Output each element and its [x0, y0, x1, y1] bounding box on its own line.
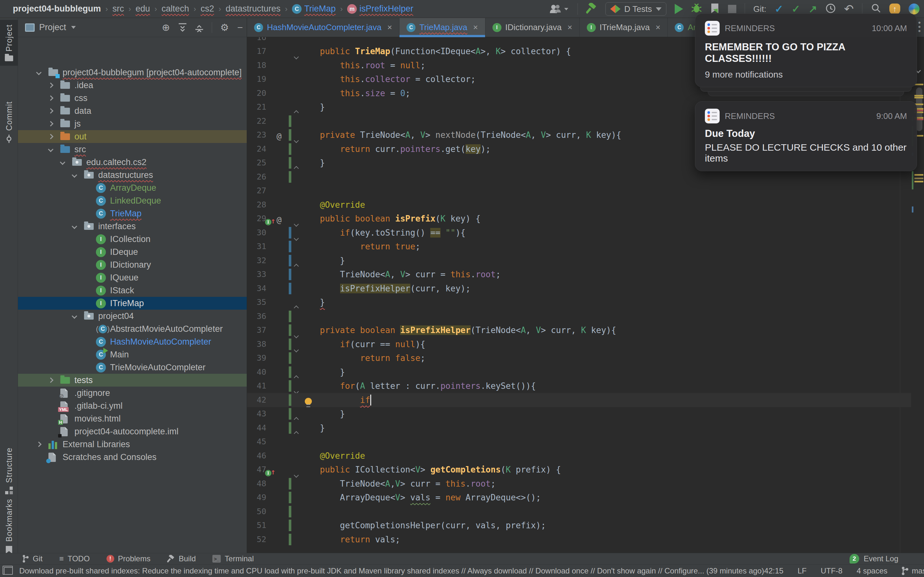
- toolwindow-button-git[interactable]: Git: [23, 554, 43, 563]
- code-line-51[interactable]: 51 getCompletionsHelper(curr, vals, pref…: [247, 518, 924, 532]
- code-line-30[interactable]: 30 if(key.toString() == ""){: [247, 226, 924, 240]
- notification-reminders-2[interactable]: REMINDERS 9:00 AM Due Today PLEASE DO LE…: [695, 101, 917, 171]
- tree-item-data[interactable]: data: [18, 105, 247, 117]
- code-line-44[interactable]: 44}: [247, 421, 924, 435]
- tab-close-icon[interactable]: ×: [656, 23, 660, 32]
- tab-close-icon[interactable]: ×: [387, 23, 392, 32]
- code-line-43[interactable]: 43 }: [247, 407, 924, 421]
- tree-item-datastructures[interactable]: datastructures: [18, 169, 247, 181]
- encoding-widget[interactable]: UTF-8: [821, 566, 843, 575]
- collapse-all-icon[interactable]: [195, 23, 204, 32]
- tab-ITrieMap.java[interactable]: IITrieMap.java×: [580, 18, 668, 37]
- toolwindow-button-terminal[interactable]: >_Terminal: [212, 554, 254, 563]
- caret-position-widget[interactable]: 42:15: [764, 566, 783, 575]
- tree-item-main[interactable]: CMain: [18, 348, 247, 361]
- tree-chevron-icon[interactable]: [36, 70, 42, 75]
- stripe-button-commit[interactable]: Commit: [0, 101, 18, 143]
- chevron-down-icon[interactable]: [71, 26, 76, 29]
- tree-item-src[interactable]: src: [18, 143, 247, 156]
- tree-item-tests[interactable]: tests: [18, 374, 247, 387]
- tree-item-out[interactable]: out: [18, 130, 247, 143]
- plugin-sphere-icon[interactable]: [909, 3, 919, 15]
- code-line-52[interactable]: 52 return vals;: [247, 532, 924, 546]
- tree-chevron-icon[interactable]: [48, 108, 53, 114]
- tree-item-css[interactable]: css: [18, 92, 247, 105]
- git-branch-widget[interactable]: master: [901, 566, 924, 575]
- tree-chevron-icon[interactable]: [72, 314, 78, 319]
- tree-item-itriemap[interactable]: IITrieMap: [18, 297, 247, 309]
- run-configuration-select[interactable]: D Tests: [606, 2, 666, 16]
- code-line-47[interactable]: 47I↑public ICollection<V> getCompletions…: [247, 463, 924, 477]
- tab-close-icon[interactable]: ×: [473, 23, 478, 32]
- code-line-36[interactable]: 36: [247, 309, 924, 324]
- project-panel-title[interactable]: Project: [39, 23, 66, 32]
- tree-chevron-icon[interactable]: [72, 224, 78, 229]
- toolwindow-button-build[interactable]: Build: [167, 554, 196, 563]
- tree-chevron-icon[interactable]: [48, 121, 53, 127]
- history-icon[interactable]: [825, 3, 836, 15]
- code-line-35[interactable]: 35}: [247, 295, 924, 309]
- breadcrumb-item[interactable]: edu: [136, 4, 150, 14]
- tree-chevron-icon[interactable]: [48, 378, 53, 383]
- tree-chevron-icon[interactable]: [36, 442, 42, 447]
- hide-panel-icon[interactable]: −: [237, 22, 243, 33]
- code-line-27[interactable]: 27: [247, 184, 924, 198]
- search-everywhere-icon[interactable]: [871, 3, 881, 15]
- stripe-vcs-mark[interactable]: [912, 206, 913, 213]
- expand-all-icon[interactable]: [178, 23, 187, 32]
- breadcrumb-item[interactable]: cs2: [200, 4, 214, 14]
- tree-item-triemap[interactable]: CTrieMap: [18, 207, 247, 220]
- code-line-38[interactable]: 38 if(curr == null){: [247, 337, 924, 351]
- users-icon[interactable]: [549, 4, 569, 14]
- breadcrumb-class-item[interactable]: CTrieMap: [292, 4, 336, 14]
- tree-item-idictionary[interactable]: IIDictionary: [18, 258, 247, 271]
- stripe-button-project[interactable]: Project: [0, 20, 18, 66]
- tree-item-external-libraries[interactable]: External Libraries: [18, 438, 247, 451]
- tree-chevron-icon[interactable]: [60, 160, 65, 165]
- code-line-50[interactable]: 50: [247, 504, 924, 519]
- tab-TrieMap.java[interactable]: CTrieMap.java×: [399, 18, 485, 37]
- code-line-26[interactable]: 26: [247, 170, 924, 184]
- tree-item-hashmovieautocompleter[interactable]: CHashMovieAutoCompleter: [18, 335, 247, 348]
- tree-item-arraydeque[interactable]: CArrayDeque: [18, 181, 247, 194]
- tree-item-ideque[interactable]: IIDeque: [18, 245, 247, 258]
- stop-button[interactable]: [728, 5, 736, 13]
- tree-item--gitignore[interactable]: ⊘.gitignore: [18, 387, 247, 400]
- settings-gear-icon[interactable]: ⚙: [220, 22, 229, 33]
- code-line-46[interactable]: 46@Override: [247, 449, 924, 463]
- build-hammer-icon[interactable]: [586, 3, 597, 15]
- code-line-49[interactable]: 49 ArrayDeque<V> vals = new ArrayDeque<>…: [247, 490, 924, 504]
- tree-item-project04-bubblegum-project04-autocomplete-[interactable]: project04-bubblegum [project04-autocompl…: [18, 66, 247, 79]
- restore-windows-icon[interactable]: [4, 567, 13, 575]
- code-line-29[interactable]: 29I↑@public boolean isPrefix(K key) {: [247, 211, 924, 226]
- toolwindow-button-problems[interactable]: !Problems: [107, 554, 150, 563]
- notification-reminders-1[interactable]: REMINDERS 10:00 AM REMEMBER TO GO TO PIZ…: [695, 13, 917, 87]
- tree-item-movies-html[interactable]: Hmovies.html: [18, 412, 247, 425]
- code-line-41[interactable]: 41 for(A letter : curr.pointers.keySet()…: [247, 379, 924, 393]
- code-line-48[interactable]: 48 TrieNode<A,V> curr = this.root;: [247, 477, 924, 491]
- tree-chevron-icon[interactable]: [72, 172, 78, 178]
- tree-item-project04[interactable]: project04: [18, 309, 247, 322]
- breadcrumb-item[interactable]: src: [113, 4, 124, 14]
- tree-item-linkeddeque[interactable]: CLinkedDeque: [18, 194, 247, 207]
- status-message[interactable]: Download pre-built shared indexes: Reduc…: [19, 566, 764, 575]
- breadcrumb-item[interactable]: datastructures: [226, 4, 280, 14]
- stripe-warning-mark[interactable]: [914, 181, 923, 182]
- stripe-warning-mark[interactable]: [914, 177, 923, 179]
- tree-item-edu-caltech-cs2[interactable]: edu.caltech.cs2: [18, 156, 247, 169]
- update-available-icon[interactable]: ↑: [889, 3, 900, 15]
- tree-item--idea[interactable]: .idea: [18, 79, 247, 92]
- event-log-button[interactable]: 2 Event Log: [850, 553, 898, 564]
- stripe-vcs-mark[interactable]: [912, 171, 913, 189]
- tree-item-triemovieautocompleter[interactable]: CTrieMovieAutoCompleter: [18, 361, 247, 374]
- code-line-39[interactable]: 39 return false;: [247, 351, 924, 365]
- code-line-42[interactable]: 42 if: [247, 393, 924, 407]
- indent-widget[interactable]: 4 spaces: [857, 566, 887, 575]
- code-line-33[interactable]: 33 TrieNode<A, V> curr = this.root;: [247, 268, 924, 282]
- code-line-40[interactable]: 40 }: [247, 365, 924, 379]
- tree-item-interfaces[interactable]: interfaces: [18, 220, 247, 233]
- breadcrumb-project-root[interactable]: project04-bubblegum: [13, 4, 101, 14]
- locate-file-icon[interactable]: ⊕: [162, 22, 170, 33]
- code-line-31[interactable]: 31 return true;: [247, 239, 924, 253]
- tab-IDictionary.java[interactable]: IIDictionary.java×: [485, 18, 580, 37]
